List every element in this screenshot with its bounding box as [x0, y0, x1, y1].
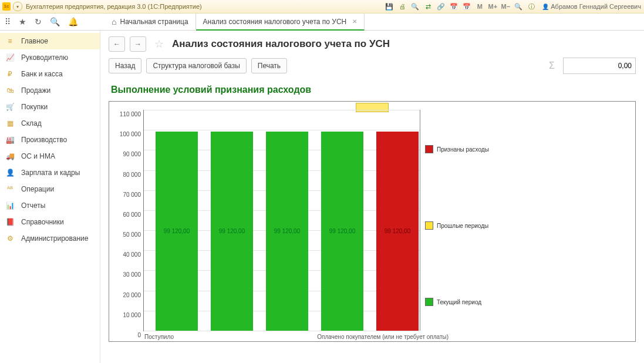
- m-icon[interactable]: M: [474, 1, 485, 12]
- star-icon[interactable]: ☆: [154, 38, 164, 51]
- compare-icon[interactable]: ⇄: [423, 1, 433, 12]
- y-tick: 100 000: [120, 131, 141, 137]
- structure-button[interactable]: Структура налоговой базы: [146, 58, 246, 73]
- chart: 010 00020 00030 00040 00050 00060 00070 …: [109, 101, 636, 342]
- y-tick: 90 000: [123, 151, 141, 157]
- sidebar-item-purchases[interactable]: 🛒Покупки: [0, 99, 100, 115]
- save-icon[interactable]: 💾: [384, 1, 395, 12]
- y-tick: 70 000: [123, 191, 141, 197]
- sidebar-item-label: Склад: [21, 119, 42, 127]
- bars-icon: 📊: [6, 201, 14, 210]
- history-icon[interactable]: ↻: [35, 17, 42, 26]
- tabs: Начальная страница Анализ состояния нало…: [104, 14, 365, 30]
- main: ← → ☆ Анализ состояния налогового учета …: [100, 31, 644, 363]
- preview-icon[interactable]: 🔍: [410, 1, 420, 12]
- app-logo-icon: 1c: [2, 2, 11, 11]
- bar: 99 120,00: [376, 132, 419, 331]
- bar: 99 120,00: [321, 132, 363, 331]
- sidebar-item-label: Продажи: [21, 86, 50, 95]
- calendar-icon[interactable]: 📅: [449, 1, 459, 12]
- legend-past: Прошлые периоды: [425, 221, 488, 230]
- book-icon: 📕: [6, 218, 14, 226]
- info-icon[interactable]: ⓘ: [526, 1, 537, 12]
- link-icon[interactable]: 🔗: [436, 1, 446, 12]
- nav-back-button[interactable]: ←: [109, 36, 125, 52]
- m-plus-icon[interactable]: M+: [487, 1, 498, 12]
- top-icons: 💾 🖨 🔍 ⇄ 🔗 📅 📅 M M+ M− 🔍 ⓘ Абрамов Геннад…: [384, 1, 642, 12]
- sidebar-item-admin[interactable]: ⚙Администрирование: [0, 230, 100, 247]
- tab-home-label: Начальная страница: [120, 18, 188, 26]
- sidebar-item-label: Руководителю: [21, 53, 68, 62]
- sidebar-item-production[interactable]: 🏭Производство: [0, 132, 100, 148]
- chart-icon: 📈: [6, 53, 14, 62]
- sidebar-item-label: Справочники: [21, 218, 64, 226]
- calc-icon[interactable]: 📅: [461, 1, 472, 12]
- legend: Признаны расходы Прошлые периоды Текущий…: [420, 110, 507, 331]
- zoom-icon[interactable]: 🔍: [513, 1, 524, 12]
- user-label[interactable]: Абрамов Геннадий Сергеевич: [541, 1, 642, 12]
- tab-analysis-label: Анализ состояния налогового учета по УСН: [203, 18, 347, 26]
- legend-swatch-green-icon: [425, 298, 433, 306]
- y-tick: 110 000: [120, 111, 141, 117]
- sidebar-item-manager[interactable]: 📈Руководителю: [0, 49, 100, 66]
- app-menu-dropdown[interactable]: ▾: [13, 2, 22, 11]
- section-title: Выполнение условий признания расходов: [111, 85, 636, 95]
- cart-icon: 🛒: [6, 103, 14, 111]
- y-tick: 50 000: [123, 231, 141, 238]
- back-button[interactable]: Назад: [109, 58, 141, 73]
- search-icon[interactable]: 🔍: [50, 17, 60, 26]
- sidebar-item-reports[interactable]: 📊Отчеты: [0, 197, 100, 214]
- bag-icon: 🛍: [6, 86, 14, 95]
- factory-icon: 🏭: [6, 136, 14, 144]
- legend-swatch-yellow-icon: [425, 221, 433, 230]
- sidebar: ≡Главное 📈Руководителю ₽Банк и касса 🛍Пр…: [0, 31, 100, 363]
- sum-input[interactable]: [563, 58, 636, 74]
- plot-area: 99 120,0099 120,0099 120,0099 120,0099 1…: [143, 110, 420, 331]
- y-tick: 40 000: [123, 251, 141, 258]
- app-title: Бухгалтерия предприятия, редакция 3.0 (1…: [26, 3, 202, 10]
- page-header: ← → ☆ Анализ состояния налогового учета …: [109, 36, 636, 52]
- sidebar-item-catalogs[interactable]: 📕Справочники: [0, 214, 100, 230]
- grid-icon: ▦: [6, 119, 14, 127]
- sidebar-item-label: Банк и касса: [21, 70, 63, 78]
- sidebar-item-main[interactable]: ≡Главное: [0, 33, 100, 49]
- person-icon: 👤: [6, 169, 14, 177]
- tab-analysis[interactable]: Анализ состояния налогового учета по УСН…: [196, 14, 365, 31]
- legend-label: Текущий период: [437, 299, 481, 305]
- x-axis: Поступило Оплачено покупателем (или не т…: [114, 331, 450, 340]
- bell-icon[interactable]: 🔔: [68, 17, 78, 26]
- sidebar-item-assets[interactable]: 🚚ОС и НМА: [0, 148, 100, 164]
- sidebar-item-warehouse[interactable]: ▦Склад: [0, 115, 100, 132]
- sidebar-item-payroll[interactable]: 👤Зарплата и кадры: [0, 164, 100, 181]
- x-label-right: Оплачено покупателем (или не требует опл…: [317, 334, 449, 340]
- sidebar-item-label: Производство: [21, 136, 67, 144]
- sidebar-item-label: Зарплата и кадры: [21, 169, 80, 177]
- sidebar-item-label: Покупки: [21, 103, 48, 111]
- legend-swatch-red-icon: [425, 145, 433, 153]
- print-icon[interactable]: 🖨: [397, 1, 407, 12]
- sidebar-item-bank[interactable]: ₽Банк и касса: [0, 66, 100, 82]
- tab-home[interactable]: Начальная страница: [104, 14, 196, 29]
- y-axis: 010 00020 00030 00040 00050 00060 00070 …: [114, 106, 143, 331]
- sys-tools: ⠿ ★ ↻ 🔍 🔔: [0, 17, 104, 26]
- bar: 99 120,00: [211, 132, 253, 331]
- y-tick: 0: [137, 332, 141, 338]
- bar: 99 120,00: [266, 132, 308, 331]
- legend-current: Текущий период: [425, 298, 481, 306]
- apps-icon[interactable]: ⠿: [5, 17, 11, 26]
- sidebar-item-label: Администрирование: [21, 234, 88, 243]
- legend-recognized: Признаны расходы: [425, 145, 489, 153]
- command-row: Назад Структура налоговой базы Печать Σ: [109, 58, 636, 74]
- truck-icon: 🚚: [6, 152, 14, 160]
- legend-label: Прошлые периоды: [437, 223, 488, 229]
- y-tick: 10 000: [123, 311, 141, 318]
- m-minus-icon[interactable]: M−: [500, 1, 511, 12]
- x-label-left: Поступило: [144, 334, 174, 340]
- sidebar-item-label: Отчеты: [21, 201, 45, 210]
- favorite-icon[interactable]: ★: [19, 17, 26, 26]
- sidebar-item-sales[interactable]: 🛍Продажи: [0, 82, 100, 99]
- nav-fwd-button[interactable]: →: [130, 36, 146, 52]
- sidebar-item-operations[interactable]: ᴬᴮОперации: [0, 181, 100, 197]
- print-button[interactable]: Печать: [251, 58, 287, 73]
- close-icon[interactable]: ✕: [352, 18, 357, 25]
